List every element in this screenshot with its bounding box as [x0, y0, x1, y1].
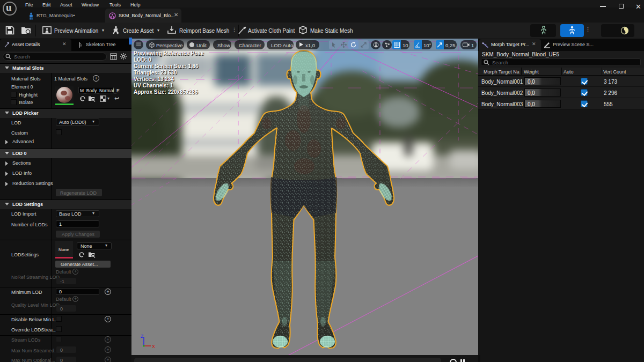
- svg-text:Z: Z: [141, 334, 144, 339]
- svg-text:X: X: [152, 344, 155, 349]
